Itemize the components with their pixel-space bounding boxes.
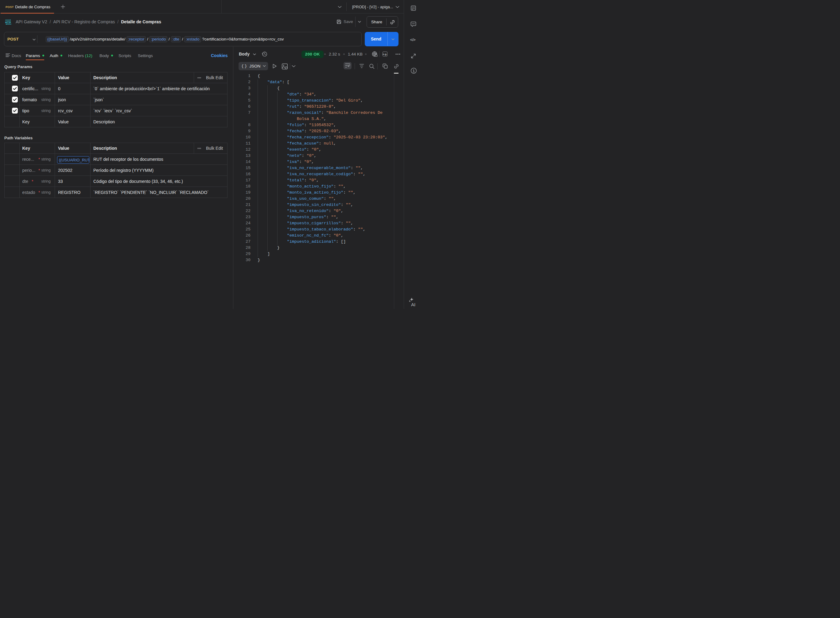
svg-text:x: x <box>412 8 413 10</box>
svg-text:HTTP: HTTP <box>5 21 11 24</box>
